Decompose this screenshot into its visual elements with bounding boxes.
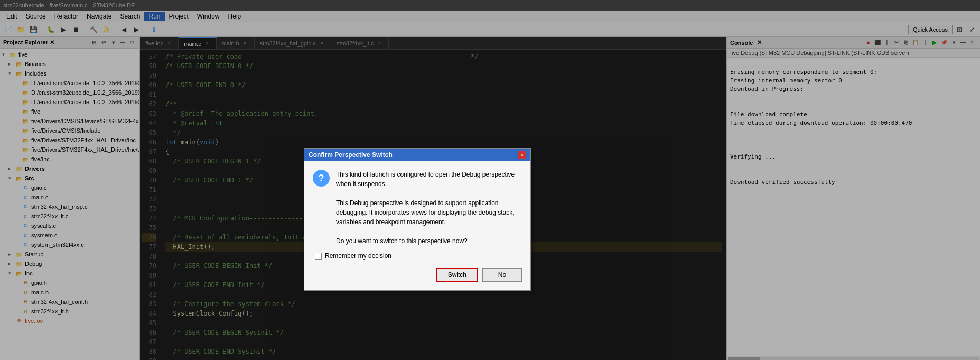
modal-body: ? This kind of launch is configured to o… (304, 161, 530, 290)
modal-question-icon: ? (313, 170, 330, 187)
remember-decision-label: Remember my decision (325, 252, 391, 260)
modal-title: Confirm Perspective Switch (309, 151, 393, 159)
modal-checkbox-row: Remember my decision (313, 252, 522, 260)
modal-buttons: Switch No (313, 268, 522, 282)
modal-message: This kind of launch is configured to ope… (336, 170, 522, 246)
modal-para2: This Debug perspective is designed to su… (336, 198, 522, 227)
modal-para3: Do you want to switch to this perspectiv… (336, 236, 522, 246)
confirm-perspective-dialog: Confirm Perspective Switch × ? This kind… (304, 148, 531, 291)
remember-decision-checkbox[interactable] (315, 253, 322, 260)
modal-titlebar: Confirm Perspective Switch × (304, 149, 530, 161)
modal-overlay: Confirm Perspective Switch × ? This kind… (0, 0, 980, 360)
no-button[interactable]: No (482, 268, 522, 282)
modal-para1: This kind of launch is configured to ope… (336, 170, 522, 189)
switch-button[interactable]: Switch (436, 268, 478, 282)
modal-icon-row: ? This kind of launch is configured to o… (313, 170, 522, 246)
modal-close-button[interactable]: × (518, 151, 526, 159)
